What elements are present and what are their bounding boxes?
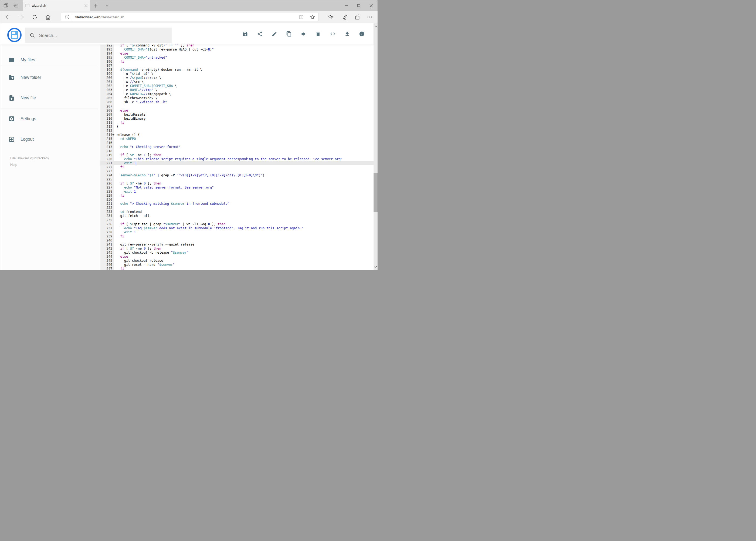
line-number: 235: [101, 218, 112, 222]
copy-button[interactable]: [282, 27, 296, 41]
save-button[interactable]: [238, 27, 252, 41]
page-scrollbar[interactable]: [374, 23, 378, 270]
code-line[interactable]: git checkout release: [116, 259, 163, 263]
code-line[interactable]: cd frontend: [116, 210, 142, 214]
new-file-icon: [8, 95, 15, 101]
search-input[interactable]: [39, 33, 167, 38]
delete-icon: [315, 31, 321, 37]
address-bar[interactable]: filebrowser.web/files/wizard.sh: [61, 13, 319, 21]
code-line[interactable]: git fetch --all: [116, 214, 149, 218]
download-button[interactable]: [340, 27, 355, 41]
code-line[interactable]: echo "Not valid semver format. See semve…: [116, 186, 214, 190]
code-line[interactable]: if [ $? -ne 0 ]; then: [116, 247, 161, 251]
code-line[interactable]: -e COMMIT_SHA=$COMMIT_SHA \: [116, 84, 177, 88]
code-line[interactable]: if [ $? -ne 0 ]; then: [116, 182, 161, 186]
app-logo-icon[interactable]: [7, 28, 22, 42]
site-info-icon[interactable]: [65, 15, 70, 19]
code-line[interactable]: echo "Tag $semver does not exist in subm…: [116, 226, 304, 231]
code-line[interactable]: filebrowser/dev \: [116, 96, 157, 100]
home-icon[interactable]: [44, 14, 53, 20]
code-line[interactable]: exit 1: [116, 161, 136, 165]
maximize-button[interactable]: [353, 0, 365, 11]
code-editor[interactable]: 192 if [ "$(command -v git)" != "" ]; th…: [101, 45, 374, 270]
delete-button[interactable]: [311, 27, 325, 41]
sidebar-item-my-files[interactable]: My files: [0, 55, 98, 65]
close-window-button[interactable]: [365, 0, 377, 11]
code-line[interactable]: echo "> Checking semver format": [116, 145, 180, 149]
move-button[interactable]: [296, 27, 311, 41]
code-line[interactable]: fi: [116, 165, 124, 169]
code-line[interactable]: fi: [116, 60, 124, 64]
share-button[interactable]: [252, 27, 267, 41]
info-button[interactable]: [355, 27, 369, 41]
code-line[interactable]: $(command -v winpty) docker run --rm -it…: [116, 68, 202, 72]
save-icon: [242, 31, 248, 37]
code-line[interactable]: fi: [116, 121, 124, 125]
scrollbar-thumb[interactable]: [374, 173, 378, 212]
code-line[interactable]: fi: [116, 235, 124, 239]
code-line[interactable]: -v /$(pwd):/src:z \: [116, 76, 161, 80]
code-line[interactable]: else: [116, 52, 128, 56]
forward-icon[interactable]: [16, 14, 26, 20]
back-icon[interactable]: [4, 14, 13, 20]
favorite-star-icon[interactable]: [310, 15, 315, 19]
sidebar-item-new-file[interactable]: New file: [0, 93, 98, 104]
code-line[interactable]: git reset --hard "$semver": [116, 263, 175, 267]
tab-list-chevron-icon[interactable]: [104, 2, 111, 9]
code-line[interactable]: else: [116, 109, 128, 113]
code-line[interactable]: release () {: [116, 133, 140, 137]
code-line[interactable]: echo "> Checking matching $semver in fro…: [116, 202, 229, 206]
code-line[interactable]: cd $REPO: [116, 137, 136, 141]
code-line[interactable]: COMMIT_SHA="$(git rev-parse HEAD | cut -…: [116, 48, 214, 52]
code-line[interactable]: -u "$(id -u)" \: [116, 72, 153, 76]
browser-tab[interactable]: wizard.sh: [23, 0, 90, 11]
code-line[interactable]: }: [116, 125, 118, 129]
more-actions-icon[interactable]: [365, 14, 375, 20]
line-number: 192: [101, 45, 112, 48]
code-line[interactable]: echo "This release script requires a sin…: [116, 157, 343, 161]
line-number: 232: [101, 206, 112, 210]
code-line[interactable]: exit 1: [116, 190, 136, 194]
tab-close-icon[interactable]: [85, 4, 88, 7]
sidebar-divider: [0, 109, 98, 109]
scroll-down-icon[interactable]: [374, 265, 378, 269]
help-link[interactable]: Help: [10, 163, 17, 167]
code-line[interactable]: -w //src \: [116, 80, 143, 84]
sidebar-item-settings[interactable]: Settings: [0, 114, 98, 124]
code-line[interactable]: semver=$(echo "$1" | grep -P '^v(0|[1-9]…: [116, 174, 265, 178]
code-line[interactable]: COMMIT_SHA="untracked": [116, 56, 167, 60]
refresh-icon[interactable]: [30, 14, 39, 20]
edit-button[interactable]: [267, 27, 282, 41]
code-button[interactable]: [325, 27, 340, 41]
code-line[interactable]: else: [116, 255, 128, 259]
code-line[interactable]: sh -c "./wizard.sh -b": [116, 100, 167, 104]
code-line[interactable]: if [ "$(command -v git)" != "" ]; then: [116, 45, 194, 48]
code-line[interactable]: exit 1: [116, 231, 136, 235]
hub-favorites-icon[interactable]: [326, 14, 336, 20]
line-number: 227: [101, 186, 112, 190]
code-line[interactable]: git checkout -b release "$semver": [116, 251, 188, 255]
share-page-icon[interactable]: [353, 14, 362, 20]
line-number: 211: [101, 121, 112, 125]
scroll-up-icon[interactable]: [374, 24, 378, 29]
line-number: 195: [101, 56, 112, 60]
code-line[interactable]: -e HOME="//tmp" \: [116, 88, 157, 92]
code-line[interactable]: if [ $# -ne 1 ]; then: [116, 153, 161, 157]
web-note-pen-icon[interactable]: [340, 14, 349, 20]
url-text[interactable]: filebrowser.web/files/wizard.sh: [75, 15, 125, 19]
code-line[interactable]: buildBinary: [116, 117, 145, 121]
code-line[interactable]: -e GOPATH=//tmp/gopath \: [116, 92, 171, 96]
fold-toggle-icon[interactable]: [112, 134, 115, 136]
set-aside-tabs-icon[interactable]: [12, 2, 19, 9]
sidebar-item-logout[interactable]: Logout: [0, 134, 98, 145]
code-line[interactable]: if [ $(git tag | grep "$semver" | wc -l)…: [116, 222, 226, 226]
code-line[interactable]: git rev-parse --verify --quiet release: [116, 243, 194, 247]
tab-preview-icon[interactable]: [2, 2, 9, 9]
search-box[interactable]: [25, 28, 172, 43]
code-line[interactable]: fi: [116, 267, 124, 270]
code-line[interactable]: fi: [116, 194, 124, 198]
new-tab-icon[interactable]: [92, 2, 99, 9]
code-line[interactable]: buildAssets: [116, 113, 145, 117]
sidebar-item-new-folder[interactable]: New folder: [0, 72, 98, 83]
minimize-button[interactable]: [340, 0, 353, 11]
